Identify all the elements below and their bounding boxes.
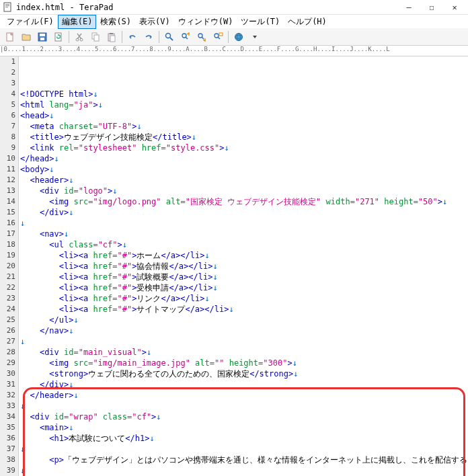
code-line[interactable]: <main>↓ <box>20 422 468 433</box>
code-line[interactable]: <li><a href="#">協会情報</a></li>↓ <box>20 261 468 272</box>
code-line[interactable]: <li><a href="#">試験概要</a></li>↓ <box>20 272 468 282</box>
code-line[interactable]: <html lang="ja">↓ <box>20 100 468 110</box>
code-editor[interactable]: 1234567891011121314151617181920212223242… <box>0 56 468 476</box>
paste-icon[interactable] <box>104 30 119 44</box>
find-next-icon[interactable] <box>194 30 209 44</box>
line-number: 6 <box>0 110 15 121</box>
window-title: index.html - TeraPad <box>16 3 398 12</box>
line-number: 36 <box>0 433 15 444</box>
line-number: 32 <box>0 390 15 401</box>
svg-rect-15 <box>110 36 115 42</box>
redo-icon[interactable] <box>141 30 156 44</box>
line-number: 19 <box>0 250 15 261</box>
code-line[interactable]: <img src="img/logo.png" alt="国家検定 ウェブデザイ… <box>20 196 468 207</box>
svg-line-19 <box>186 37 188 39</box>
cut-icon[interactable] <box>72 30 87 44</box>
separator <box>228 31 229 43</box>
code-line[interactable]: <h1>本試験について</h1>↓ <box>20 433 468 444</box>
code-area[interactable]: <!DOCTYPE html>↓<html lang="ja">↓<head>↓… <box>19 56 468 476</box>
code-line[interactable]: <strong>ウェブに関わる全ての人のための、国家検定</strong>↓ <box>20 368 468 379</box>
code-line[interactable]: <div id="main_visual">↓ <box>20 347 468 358</box>
line-number: 26 <box>0 325 15 336</box>
line-number: 25 <box>0 315 15 325</box>
code-line[interactable]: <img src="img/main_image.jpg" alt="" hei… <box>20 358 468 368</box>
find-prev-icon[interactable] <box>178 30 193 44</box>
minimize-button[interactable]: — <box>398 1 420 14</box>
line-number: 20 <box>0 261 15 272</box>
code-line[interactable]: <li><a href="#">受検申請</a></li>↓ <box>20 282 468 293</box>
separator <box>159 31 159 43</box>
code-line[interactable]: </ul>↓ <box>20 315 468 325</box>
code-line[interactable]: <meta charset="UTF-8">↓ <box>20 121 468 132</box>
menubar: ファイル(F) 編集(E) 検索(S) 表示(V) ウィンドウ(W) ツール(T… <box>0 15 468 28</box>
menu-file[interactable]: ファイル(F) <box>3 15 58 29</box>
code-line[interactable]: ↓ <box>20 465 468 476</box>
code-line[interactable]: <link rel="stylesheet" href="style.css">… <box>20 143 468 153</box>
line-number: 31 <box>0 379 15 390</box>
maximize-button[interactable]: ☐ <box>421 1 442 14</box>
code-line[interactable]: <head>↓ <box>20 110 468 121</box>
line-number: 18 <box>0 239 15 250</box>
find-icon[interactable] <box>162 30 177 44</box>
svg-rect-3 <box>5 7 8 7</box>
line-number: 23 <box>0 293 15 304</box>
line-number: 7 <box>0 121 15 132</box>
code-line[interactable]: </header>↓ <box>20 390 468 401</box>
open-file-icon[interactable] <box>19 30 34 44</box>
line-number: 17 <box>0 229 15 239</box>
code-line[interactable]: <li><a href="#">サイトマップ</a></li>↓ <box>20 304 468 315</box>
code-line[interactable]: <div id="logo">↓ <box>20 186 468 196</box>
line-number: 37 <box>0 444 15 454</box>
code-line[interactable]: <li><a href="#">ホーム</a></li>↓ <box>20 250 468 261</box>
line-number: 24 <box>0 304 15 315</box>
browser-preview-icon[interactable] <box>231 30 246 44</box>
close-button[interactable]: ✕ <box>444 1 465 14</box>
code-line[interactable]: <header>↓ <box>20 175 468 186</box>
code-line[interactable]: <nav>↓ <box>20 229 468 239</box>
save-icon[interactable] <box>35 30 50 44</box>
replace-icon[interactable] <box>210 30 225 44</box>
menu-search[interactable]: 検索(S) <box>96 15 135 29</box>
menu-help[interactable]: ヘルプ(H) <box>284 15 331 29</box>
svg-point-16 <box>166 33 171 38</box>
copy-icon[interactable] <box>88 30 103 44</box>
browser-dropdown-icon[interactable] <box>247 30 262 44</box>
svg-rect-1 <box>5 4 9 5</box>
menu-tool[interactable]: ツール(T) <box>237 15 284 29</box>
code-line[interactable]: </nav>↓ <box>20 325 468 336</box>
undo-icon[interactable] <box>125 30 140 44</box>
new-file-icon[interactable] <box>3 30 17 44</box>
code-line[interactable]: <!DOCTYPE html>↓ <box>20 89 468 100</box>
line-number: 39 <box>0 465 15 476</box>
code-line[interactable]: <ul class="cf">↓ <box>20 239 468 250</box>
menu-window[interactable]: ウィンドウ(W) <box>174 15 237 29</box>
line-number: 13 <box>0 186 15 196</box>
code-line[interactable]: ↓ <box>20 444 468 454</box>
code-line[interactable]: <li><a href="#">リンク</a></li>↓ <box>20 293 468 304</box>
menu-edit[interactable]: 編集(E) <box>58 15 97 29</box>
app-icon <box>3 2 13 13</box>
code-line[interactable]: </head>↓ <box>20 153 468 164</box>
line-number: 9 <box>0 143 15 153</box>
reload-icon[interactable] <box>51 30 66 44</box>
line-number: 2 <box>0 67 15 78</box>
svg-rect-6 <box>40 34 45 36</box>
code-line[interactable]: ↓ <box>20 336 468 347</box>
code-line[interactable]: ↓ <box>20 218 468 229</box>
code-line[interactable]: <body>↓ <box>20 164 468 175</box>
line-number: 27 <box>0 336 15 347</box>
code-line[interactable]: ↓ <box>20 401 468 411</box>
line-number: 15 <box>0 207 15 218</box>
code-line[interactable]: <title>ウェブデザイン技能検定</title>↓ <box>20 132 468 143</box>
line-number: 1 <box>0 56 15 67</box>
code-line[interactable]: </div>↓ <box>20 379 468 390</box>
ruler: |0....1....2....3....4....5....6....7...… <box>0 46 468 56</box>
code-line[interactable]: <div id="wrap" class="cf">↓ <box>20 411 468 422</box>
menu-view[interactable]: 表示(V) <box>135 15 174 29</box>
code-line[interactable]: <p>「ウェブデザイン」とはパソコンや携帯端末を通じ、様々な情報をインターネット… <box>20 454 468 465</box>
line-number-gutter: 1234567891011121314151617181920212223242… <box>0 56 19 476</box>
svg-point-25 <box>235 33 243 40</box>
code-line[interactable]: </div>↓ <box>20 207 468 218</box>
separator <box>69 31 69 43</box>
line-number: 3 <box>0 78 15 89</box>
